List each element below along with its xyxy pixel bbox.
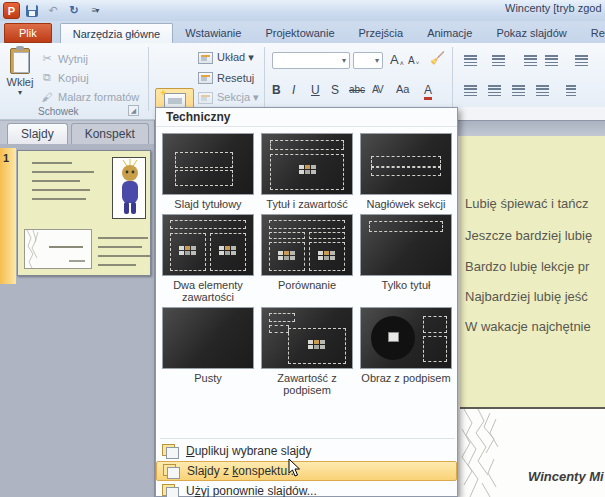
layout-section-header[interactable]: Nagłówek sekcji xyxy=(359,131,453,212)
text-direction-button[interactable] xyxy=(575,55,588,66)
grow-font-button[interactable]: A˄ xyxy=(390,52,404,67)
italic-button[interactable]: I xyxy=(292,83,295,97)
ribbon-tab-row: Plik Narzędzia główne Wstawianie Projekt… xyxy=(0,21,605,43)
menu-slides-from-outline[interactable]: Slajdy z konspektu... xyxy=(156,461,457,481)
menu-separator xyxy=(160,438,455,439)
layout-two-content[interactable]: Dwa elementy zawartości xyxy=(161,212,255,305)
layout-thumb xyxy=(261,307,353,369)
ribbon-separator xyxy=(452,47,453,111)
copy-button[interactable]: ⧉Kopiuj xyxy=(40,69,89,86)
tab-design[interactable]: Projektowanie xyxy=(253,23,346,43)
decrease-indent-button[interactable] xyxy=(524,55,537,66)
section-icon xyxy=(198,92,213,104)
redo-button[interactable]: ↻ xyxy=(65,3,83,19)
thumbnail-picture xyxy=(112,157,146,219)
slides-panel: Slajdy Konspekt 1 xyxy=(0,120,155,497)
menu-reuse-slides[interactable]: Użyj ponownie slajdów... xyxy=(156,481,457,497)
selected-slide-highlight xyxy=(0,148,16,284)
thumbnail-name-card xyxy=(24,229,92,269)
slides-from-outline-icon xyxy=(163,464,179,478)
paste-button[interactable]: Wklej ▾ xyxy=(3,46,37,112)
underline-button[interactable]: U xyxy=(311,83,320,97)
align-left-button[interactable] xyxy=(464,85,477,96)
layout-picture-with-caption[interactable]: Obraz z podpisem xyxy=(359,305,453,398)
layout-title-slide[interactable]: Slajd tytułowy xyxy=(161,131,255,212)
font-size-combo[interactable]: ▾ xyxy=(353,52,383,69)
font-name-combo[interactable]: ▾ xyxy=(272,52,350,69)
character-spacing-button[interactable]: AV xyxy=(372,84,383,95)
layout-button[interactable]: Układ ▾ xyxy=(198,49,254,66)
tab-slides[interactable]: Slajdy xyxy=(7,123,68,144)
mouse-cursor xyxy=(288,458,301,478)
layout-title-only[interactable]: Tylko tytuł xyxy=(359,212,453,305)
slide-footer-area: Wincenty Mi xyxy=(460,409,605,497)
tab-animations[interactable]: Animacje xyxy=(415,23,484,43)
tab-file[interactable]: Plik xyxy=(4,23,52,43)
save-button[interactable] xyxy=(23,3,41,19)
layout-title-and-content[interactable]: Tytuł i zawartość xyxy=(260,131,354,212)
strikethrough-button[interactable]: abc xyxy=(349,84,365,95)
clipboard-dialog-launcher[interactable]: ◢ xyxy=(128,105,139,116)
slide-canvas[interactable]: Lubię śpiewać i tańcz Jeszcze bardziej l… xyxy=(460,136,605,497)
slide-1-thumbnail[interactable] xyxy=(17,150,151,276)
columns-button[interactable] xyxy=(566,85,576,96)
copy-icon: ⧉ xyxy=(40,71,54,84)
customize-qat-button[interactable]: ≡▾ xyxy=(86,3,104,19)
slide-text-line[interactable]: Lubię śpiewać i tańcz xyxy=(465,196,605,211)
slide-text-line[interactable]: Najbardziej lubię jeść xyxy=(465,289,605,304)
undo-button[interactable]: ↶ xyxy=(44,3,62,19)
tab-review[interactable]: Recen xyxy=(579,23,605,43)
author-name[interactable]: Wincenty Mi xyxy=(528,469,604,484)
layout-icon xyxy=(198,52,213,64)
increase-indent-button[interactable] xyxy=(545,55,558,66)
section-button[interactable]: Sekcja ▾ xyxy=(198,89,259,106)
bullets-button[interactable] xyxy=(464,55,477,66)
reset-button[interactable]: Resetuj xyxy=(198,69,254,86)
tab-transitions[interactable]: Przejścia xyxy=(347,23,416,43)
clear-formatting-button[interactable]: 🧹 xyxy=(430,51,445,65)
workspace-strip xyxy=(458,120,605,136)
quick-access-toolbar: P ↶ ↻ ≡▾ xyxy=(0,2,104,19)
numbering-button[interactable] xyxy=(492,55,505,66)
layout-thumb xyxy=(162,214,254,276)
ribbon-separator xyxy=(148,47,149,111)
reuse-slides-icon xyxy=(162,484,178,497)
layout-thumb xyxy=(360,307,452,369)
shadow-button[interactable]: S xyxy=(331,83,339,97)
align-center-button[interactable] xyxy=(488,85,501,96)
slide-text-line[interactable]: W wakacje najchętnie xyxy=(465,319,605,334)
layout-thumb xyxy=(360,214,452,276)
scissors-icon: ✂ xyxy=(40,52,54,65)
font-color-button[interactable]: A xyxy=(424,83,432,100)
slide-text-line[interactable]: Jeszcze bardziej lubię xyxy=(465,228,605,243)
tab-insert[interactable]: Wstawianie xyxy=(173,23,253,43)
menu-duplicate-slides[interactable]: Duplikuj wybrane slajdy xyxy=(156,441,457,461)
layout-comparison[interactable]: Porównanie xyxy=(260,212,354,305)
tab-outline[interactable]: Konspekt xyxy=(71,123,149,144)
justify-button[interactable] xyxy=(536,85,549,96)
format-painter-button[interactable]: 🖌Malarz formatów xyxy=(40,88,139,105)
new-slide-dropdown: Techniczny Slajd tytułowy Tytuł i zawart… xyxy=(155,107,458,497)
reset-icon xyxy=(198,72,213,84)
bold-button[interactable]: B xyxy=(272,83,281,97)
powerpoint-logo-icon[interactable]: P xyxy=(3,2,20,19)
duplicate-slides-icon xyxy=(162,444,178,458)
change-case-button[interactable]: Aa xyxy=(396,83,409,95)
tab-slideshow[interactable]: Pokaz slajdów xyxy=(484,23,578,43)
shrink-font-button[interactable]: A˅ xyxy=(408,55,419,66)
layout-blank[interactable]: Pusty xyxy=(161,305,255,398)
title-bar: P ↶ ↻ ≡▾ Wincenty [tryb zgod xyxy=(0,0,605,21)
align-right-button[interactable] xyxy=(512,85,525,96)
save-icon xyxy=(26,5,38,17)
panel-tab-bar: Slajdy Konspekt xyxy=(0,121,154,144)
slide-text-line[interactable]: Bardzo lubię lekcje pr xyxy=(465,259,605,274)
theme-header: Techniczny xyxy=(156,108,457,127)
dropdown-menu: Duplikuj wybrane slajdy Slajdy z konspek… xyxy=(156,441,457,497)
layout-thumb xyxy=(261,214,353,276)
layout-thumb xyxy=(360,133,452,195)
layout-thumb xyxy=(162,307,254,369)
cut-button[interactable]: ✂Wytnij xyxy=(40,50,88,67)
layout-content-with-caption[interactable]: Zawartość z podpisem xyxy=(260,305,354,398)
layout-thumb xyxy=(162,133,254,195)
tab-home[interactable]: Narzędzia główne xyxy=(60,23,173,43)
